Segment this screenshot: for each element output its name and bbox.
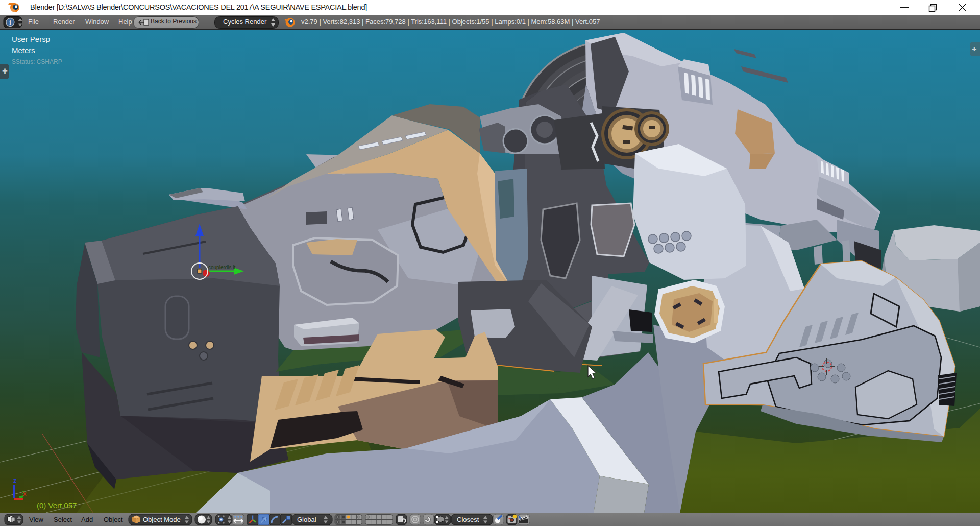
svg-text:SStatus: CSHARP: SStatus: CSHARP: [12, 58, 62, 65]
svg-text:x: x: [23, 490, 27, 497]
svg-text:User Persp: User Persp: [12, 35, 50, 43]
svg-text:✚: ✚: [2, 67, 8, 75]
svg-text:✚: ✚: [972, 46, 976, 52]
svg-text:z: z: [13, 476, 17, 484]
svg-text:(0) Vert.057: (0) Vert.057: [37, 501, 77, 510]
svg-text:couplerdis lt: couplerdis lt: [208, 265, 236, 270]
svg-text:Meters: Meters: [12, 46, 35, 55]
